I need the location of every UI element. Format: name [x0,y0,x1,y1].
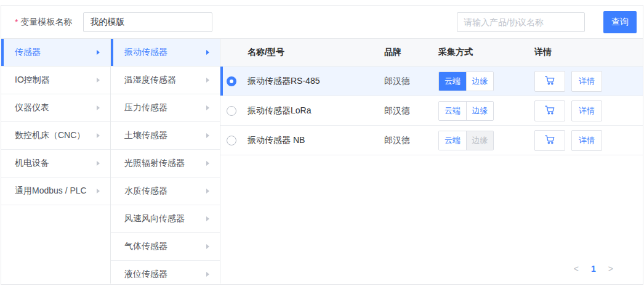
chevron-right-icon [206,216,209,221]
radio-unselected[interactable] [227,106,236,116]
header-method: 采集方式 [438,47,534,58]
cart-icon [544,74,556,88]
cloud-option[interactable]: 云端 [439,102,466,120]
chevron-right-icon [97,78,100,83]
search-group: 查询 [457,11,637,33]
next-page-icon[interactable]: > [608,264,613,274]
sidebar-item-sensor[interactable]: 传感器 [1,39,110,67]
product-name: 振动传感器 NB [248,135,384,146]
chevron-right-icon [97,161,100,166]
sidebar-item-temp-humidity-sensor[interactable]: 温湿度传感器 [111,67,220,94]
required-asterisk: * [15,17,18,27]
body: 传感器 IO控制器 仪器仪表 数控机床（CNC） 机电设备 通用Modbus /… [1,39,643,284]
sidebar-item-label: 光照辐射传感器 [124,158,185,169]
chevron-right-icon [97,189,100,194]
product-brand: 郎汉德 [384,135,438,146]
category-level1-list: 传感器 IO控制器 仪器仪表 数控机床（CNC） 机电设备 通用Modbus /… [1,39,111,284]
sidebar-item-instruments[interactable]: 仪器仪表 [1,94,110,122]
chevron-right-icon [206,133,209,138]
cloud-option[interactable]: 云端 [439,131,466,150]
prev-page-icon[interactable]: < [574,264,579,274]
cart-button[interactable] [534,71,565,92]
sidebar-item-label: 数控机床（CNC） [15,130,85,141]
search-input[interactable] [457,12,585,32]
table-row[interactable]: 振动传感器LoRa 郎汉德 云端 边缘 [220,96,643,126]
sidebar-item-label: 水质传感器 [124,186,167,197]
table-row[interactable]: 振动传感器 NB 郎汉德 云端 边缘 [220,126,643,155]
sidebar-item-gas-sensor[interactable]: 气体传感器 [111,233,220,261]
cart-icon [544,133,556,147]
sidebar-item-cnc[interactable]: 数控机床（CNC） [1,122,110,150]
edge-option[interactable]: 边缘 [466,72,493,91]
sidebar-item-pressure-sensor[interactable]: 压力传感器 [111,94,220,122]
chevron-right-icon [97,133,100,138]
product-brand: 郎汉德 [384,105,438,116]
radio-selected[interactable] [227,76,236,86]
chevron-right-icon [206,161,209,166]
sidebar-item-label: 通用Modbus / PLC [15,186,87,197]
collect-method-switch: 云端 边缘 [438,72,494,91]
header-detail: 详情 [534,47,643,58]
header-name: 名称/型号 [248,47,384,58]
sidebar-item-liquid-level-sensor[interactable]: 液位传感器 [111,261,220,284]
product-name: 振动传感器RS-485 [248,76,384,87]
sidebar-item-label: 液位传感器 [124,269,167,280]
sidebar-item-label: 压力传感器 [124,102,167,113]
sidebar-item-water-quality-sensor[interactable]: 水质传感器 [111,178,220,205]
edge-option[interactable]: 边缘 [466,102,493,120]
product-table: 名称/型号 品牌 采集方式 详情 振动传感器RS-485 郎汉德 云端 边缘 [220,39,643,284]
collect-method-switch: 云端 边缘 [438,101,494,121]
chevron-right-icon [97,50,100,55]
sidebar-item-label: 仪器仪表 [15,102,49,113]
chevron-right-icon [206,78,209,83]
sidebar-item-label: 温湿度传感器 [124,75,176,86]
collect-method-switch: 云端 边缘 [438,131,494,150]
search-button[interactable]: 查询 [603,11,637,33]
sidebar-item-label: IO控制器 [15,75,50,86]
product-brand: 郎汉德 [384,76,438,87]
chevron-right-icon [206,272,209,277]
chevron-right-icon [206,105,209,110]
detail-button[interactable]: 详情 [571,100,602,121]
edge-option-disabled: 边缘 [466,131,493,150]
sidebar-item-io-controller[interactable]: IO控制器 [1,67,110,94]
page-number[interactable]: 1 [591,264,596,274]
template-name-label: 变量模板名称 [20,17,72,28]
template-name-input[interactable] [83,12,212,32]
sidebar-item-label: 土壤传感器 [124,130,167,141]
sidebar-item-light-radiation-sensor[interactable]: 光照辐射传感器 [111,150,220,178]
sidebar-item-vibration-sensor[interactable]: 振动传感器 [111,39,220,67]
detail-button[interactable]: 详情 [571,130,602,151]
radio-unselected[interactable] [227,136,236,145]
sidebar-item-soil-sensor[interactable]: 土壤传感器 [111,122,220,150]
sidebar-item-label: 传感器 [15,47,41,58]
sidebar-item-generic-modbus-plc[interactable]: 通用Modbus / PLC [1,178,110,205]
table-row[interactable]: 振动传感器RS-485 郎汉德 云端 边缘 [220,67,643,96]
sidebar-item-label: 气体传感器 [124,241,167,252]
sidebar-item-label: 振动传感器 [124,47,167,58]
top-bar: * 变量模板名称 查询 [1,6,643,39]
template-name-field-group: * 变量模板名称 [15,12,212,32]
sidebar-item-label: 风速风向传感器 [124,213,185,224]
header-brand: 品牌 [384,47,438,58]
detail-button[interactable]: 详情 [571,71,602,92]
chevron-right-icon [206,244,209,249]
cloud-option[interactable]: 云端 [439,72,466,91]
pagination: < 1 > [574,264,613,274]
table-header: 名称/型号 品牌 采集方式 详情 [220,39,643,67]
cart-icon [544,104,556,118]
sidebar-item-wind-sensor[interactable]: 风速风向传感器 [111,205,220,233]
chevron-right-icon [206,50,209,55]
sidebar-item-label: 机电设备 [15,158,49,169]
sidebar-item-electromechanical[interactable]: 机电设备 [1,150,110,178]
cart-button[interactable] [534,130,565,151]
cart-button[interactable] [534,100,565,121]
template-picker-panel: * 变量模板名称 查询 传感器 IO控制器 仪器仪表 数控机床（C [1,5,643,285]
chevron-right-icon [97,105,100,110]
category-level2-list: 振动传感器 温湿度传感器 压力传感器 土壤传感器 光照辐射传感器 水质传感器 [111,39,220,284]
chevron-right-icon [206,189,209,194]
product-name: 振动传感器LoRa [248,105,384,116]
